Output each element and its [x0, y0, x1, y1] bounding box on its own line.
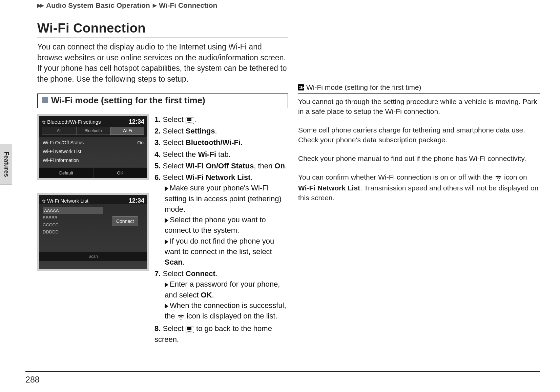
step-6-sub-2-text: Select the phone you want to connect to …: [165, 215, 266, 234]
breadcrumb-rule: [37, 13, 540, 13]
sidebox-p4-text-b: icon on: [502, 173, 527, 181]
shot1-tab-bluetooth[interactable]: Bluetooth: [76, 127, 110, 135]
shot2-clock: 12:34: [129, 197, 144, 204]
side-tab-features[interactable]: Features: [0, 144, 12, 185]
triangle-icon: ▶: [165, 237, 168, 246]
side-tab-label: Features: [2, 151, 9, 177]
step-4-bold: Wi-Fi: [198, 150, 216, 159]
home-icon: HOME: [186, 118, 194, 124]
step-3-text-c: .: [241, 138, 243, 147]
home-icon-label: HOME: [187, 122, 193, 124]
step-7-sub-1-text-a: Enter a password for your phone, and sel…: [165, 280, 280, 299]
page-footer-rule: [25, 371, 540, 372]
screenshot-wifi-network-list: ✿ Wi-Fi Network List 12:34 AAAAA BBBBB C…: [37, 193, 149, 271]
step-6-sub-2: ▶Select the phone you want to connect to…: [154, 214, 288, 235]
step-3: 3. Select Bluetooth/Wi-Fi.: [154, 137, 288, 148]
step-6-text-c: .: [250, 173, 252, 182]
step-5-bold-1: Wi-Fi On/Off Status: [186, 162, 254, 170]
shot1-default-button[interactable]: Default: [39, 167, 93, 178]
shot2-header: Wi-Fi Network List: [47, 198, 88, 204]
step-5-text-e: .: [285, 162, 287, 170]
step-3-text-a: Select: [163, 138, 185, 147]
step-7-bold: Connect: [186, 269, 215, 278]
sidebox-p3: Check your phone manual to find out if t…: [298, 154, 540, 164]
step-2-text-a: Select: [163, 127, 185, 135]
title-rule: [37, 38, 288, 38]
shot1-row-netlist[interactable]: Wi-Fi Network List: [43, 147, 144, 156]
shot1-tab-all[interactable]: All: [42, 127, 76, 135]
step-7-sub-2: ▶When the connection is successful, the …: [154, 300, 288, 322]
step-5-bold-2: On: [274, 162, 285, 170]
step-5-text-c: , then: [254, 162, 274, 170]
step-1-text-a: Select: [163, 115, 185, 124]
step-6-sub-1: ▶Make sure your phone's Wi-Fi setting is…: [154, 183, 288, 214]
step-6-sub-3-bold: Scan: [165, 258, 183, 266]
sidebox-p4-text-a: You can confirm whether Wi-Fi connection…: [298, 173, 495, 181]
sidebox-p4-bold: Wi-Fi Network List: [298, 184, 360, 192]
shot1-row-status[interactable]: Wi-Fi On/Off Status On: [43, 138, 144, 147]
shot2-network-item[interactable]: CCCCC: [43, 221, 103, 228]
sidebox-heading: ≫ Wi-Fi mode (setting for the first time…: [298, 83, 540, 94]
section-heading-text: Wi-Fi mode (setting for the first time): [51, 95, 205, 106]
step-6-sub-1-text: Make sure your phone's Wi-Fi setting is …: [165, 184, 282, 213]
step-5: 5. Select Wi-Fi On/Off Status, then On.: [154, 161, 288, 171]
shot2-network-item-selected[interactable]: AAAAA: [43, 207, 103, 214]
shot2-scan-button[interactable]: Scan: [39, 252, 147, 261]
shot1-netlist-label: Wi-Fi Network List: [43, 149, 81, 154]
step-2-text-c: .: [215, 127, 217, 135]
step-2-bold: Settings: [186, 127, 215, 135]
step-6-sub-3: ▶If you do not find the phone you want t…: [154, 236, 288, 268]
step-7-text-c: .: [215, 269, 217, 278]
step-4-text-c: tab.: [216, 150, 231, 159]
triangle-icon: ▶: [165, 301, 168, 311]
shot1-clock: 12:34: [129, 118, 144, 125]
breadcrumb-l2: Wi-Fi Connection: [159, 1, 217, 9]
shot2-connect-button[interactable]: Connect: [112, 216, 138, 226]
breadcrumb: ▶▶ Audio System Basic Operation ▶ Wi-Fi …: [37, 1, 217, 9]
home-icon: HOME: [186, 327, 194, 333]
triangle-icon: ▶: [165, 184, 168, 193]
step-7-sub-2-text-b: icon is displayed on the list.: [185, 312, 277, 320]
sidebox-heading-text: Wi-Fi mode (setting for the first time): [306, 83, 421, 91]
step-3-bold: Bluetooth/Wi-Fi: [186, 138, 241, 147]
shot1-ok-button[interactable]: OK: [93, 167, 147, 178]
step-6-sub-3-text-a: If you do not find the phone you want to…: [165, 237, 274, 256]
gear-icon: ✿: [42, 120, 46, 125]
wifi-icon: [177, 312, 185, 322]
step-7-sub-1-bold: OK: [201, 291, 212, 299]
breadcrumb-arrow-icon: ▶: [153, 2, 155, 8]
shot1-info-label: Wi-Fi Information: [43, 158, 79, 163]
step-8: 8. Select HOME to go back to the home sc…: [154, 323, 288, 344]
step-8-text-a: Select: [163, 324, 185, 333]
shot2-network-item[interactable]: DDDDD: [43, 228, 103, 235]
shot1-status-label: Wi-Fi On/Off Status: [43, 140, 84, 145]
screenshot-bluetooth-wifi-settings: ✿ Bluetooth/Wi-Fi settings 12:34 All Blu…: [37, 114, 149, 180]
home-icon-label: HOME: [187, 331, 193, 333]
step-5-text-a: Select: [163, 162, 185, 170]
step-6-bold: Wi-Fi Network List: [186, 173, 251, 182]
section-heading: Wi-Fi mode (setting for the first time): [37, 94, 288, 108]
page-title: Wi-Fi Connection: [37, 21, 288, 36]
shot1-header: Bluetooth/Wi-Fi settings: [47, 119, 101, 125]
shot1-tab-wifi[interactable]: Wi-Fi: [110, 127, 144, 135]
step-1-text-b: .: [194, 115, 196, 124]
page-number: 288: [25, 375, 40, 385]
section-heading-square-icon: [42, 97, 48, 103]
breadcrumb-arrow-icon: ▶▶: [37, 2, 43, 8]
step-2: 2. Select Settings.: [154, 126, 288, 136]
shot1-status-value: On: [137, 140, 144, 145]
step-6-sub-3-text-c: .: [183, 258, 185, 266]
breadcrumb-l1: Audio System Basic Operation: [46, 1, 150, 9]
step-6-text-a: Select: [163, 173, 185, 182]
step-7: 7. Select Connect. ▶Enter a password for…: [154, 268, 288, 322]
sidebox-marker-icon: ≫: [298, 84, 304, 90]
step-7-sub-1: ▶Enter a password for your phone, and se…: [154, 279, 288, 300]
shot1-row-info[interactable]: Wi-Fi Information: [43, 156, 144, 165]
step-4: 4. Select the Wi-Fi tab.: [154, 149, 288, 160]
step-6: 6. Select Wi-Fi Network List. ▶Make sure…: [154, 172, 288, 267]
sidebox-p4: You can confirm whether Wi-Fi connection…: [298, 172, 540, 203]
step-7-text-a: Select: [163, 269, 185, 278]
shot2-network-item[interactable]: BBBBB: [43, 214, 103, 221]
triangle-icon: ▶: [165, 280, 168, 289]
triangle-icon: ▶: [165, 215, 168, 225]
